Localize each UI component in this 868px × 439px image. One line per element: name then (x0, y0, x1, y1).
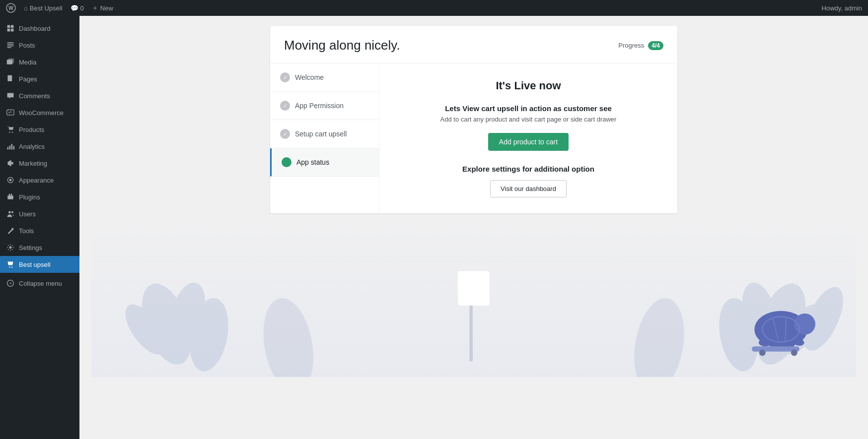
live-subtitle: Lets View cart upsell in action as custo… (445, 104, 612, 113)
pages-icon (6, 74, 15, 83)
collapse-label: Collapse menu (19, 280, 62, 287)
sidebar-item-label: Media (19, 59, 36, 66)
add-to-cart-button[interactable]: Add product to cart (488, 133, 569, 151)
step-app-permission[interactable]: ✓ App Permission (270, 92, 379, 120)
svg-rect-14 (8, 78, 11, 78)
sidebar-item-tools[interactable]: Tools (0, 222, 79, 239)
plugins-icon (6, 192, 15, 201)
step-app-status[interactable]: ✓ App status (270, 148, 379, 177)
sidebar-item-label: Users (19, 210, 36, 218)
sidebar-item-pages[interactable]: Pages (0, 70, 79, 87)
live-title: It's Live now (496, 79, 561, 92)
sidebar-item-best-upsell[interactable]: Best upsell (0, 256, 79, 273)
settings-icon (6, 243, 15, 252)
sidebar-item-comments[interactable]: Comments (0, 87, 79, 104)
svg-rect-20 (9, 145, 10, 149)
svg-point-34 (11, 266, 12, 267)
sidebar-item-label: Best upsell (19, 261, 51, 268)
sidebar-item-label: Marketing (19, 160, 47, 167)
sidebar-item-appearance[interactable]: Appearance (0, 172, 79, 188)
step-content-area: It's Live now Lets View cart upsell in a… (379, 63, 677, 213)
background-decoration (91, 218, 856, 377)
svg-rect-23 (11, 162, 13, 165)
wp-logo-link[interactable]: W (6, 3, 16, 13)
comment-count: 0 (80, 4, 84, 12)
svg-rect-5 (11, 29, 14, 32)
sidebar-item-label: Products (19, 126, 44, 133)
svg-point-31 (11, 211, 13, 213)
sidebar-item-analytics[interactable]: Analytics (0, 138, 79, 155)
svg-rect-47 (469, 303, 472, 361)
svg-point-33 (9, 266, 10, 267)
marketing-icon (6, 159, 15, 168)
svg-rect-7 (7, 44, 14, 45)
appearance-icon (6, 176, 15, 185)
new-link[interactable]: ＋ New (92, 3, 113, 12)
step-check-app-status: ✓ (282, 157, 291, 167)
svg-rect-8 (7, 46, 14, 47)
collapse-menu-button[interactable]: Collapse menu (0, 275, 79, 292)
sidebar-item-woocommerce[interactable]: WooCommerce (0, 104, 79, 121)
steps-container: ✓ Welcome ✓ App Permission ✓ Setup cart … (270, 63, 677, 213)
site-name-link[interactable]: ⌂ Best Upsell (24, 4, 63, 12)
layout: Dashboard Posts Media Pages Comments (0, 16, 868, 439)
svg-point-45 (257, 294, 320, 377)
best-upsell-icon (6, 260, 15, 269)
analytics-icon (6, 142, 15, 151)
comments-icon (6, 91, 15, 100)
sidebar-item-dashboard[interactable]: Dashboard (0, 20, 79, 37)
step-label: Welcome (295, 73, 324, 81)
sidebar-item-label: Settings (19, 244, 42, 251)
main-content: Moving along nicely. Progress 4/4 ✓ Welc… (79, 16, 868, 439)
progress-badge: Progress 4/4 (618, 41, 663, 50)
admin-bar: W ⌂ Best Upsell 💬 0 ＋ New Howdy, admin (0, 0, 868, 16)
svg-rect-26 (9, 194, 10, 196)
products-icon (6, 125, 15, 134)
step-label: App Permission (295, 102, 344, 110)
svg-rect-48 (458, 271, 490, 306)
woocommerce-icon (6, 108, 15, 117)
sidebar-item-users[interactable]: Users (0, 205, 79, 222)
sidebar-item-label: Posts (19, 42, 35, 49)
sidebar-item-settings[interactable]: Settings (0, 239, 79, 256)
onboarding-card: Moving along nicely. Progress 4/4 ✓ Welc… (270, 26, 677, 213)
svg-point-54 (795, 339, 804, 346)
svg-rect-19 (7, 147, 8, 150)
sidebar-item-plugins[interactable]: Plugins (0, 188, 79, 205)
sidebar: Dashboard Posts Media Pages Comments (0, 16, 79, 439)
new-label: New (100, 4, 113, 12)
svg-rect-11 (8, 59, 14, 63)
sidebar-item-marketing[interactable]: Marketing (0, 155, 79, 172)
collapse-icon (6, 279, 15, 288)
comments-link[interactable]: 💬 0 (71, 4, 84, 12)
step-setup-cart[interactable]: ✓ Setup cart upsell (270, 120, 379, 148)
user-greeting: Howdy, admin (822, 4, 862, 12)
svg-rect-9 (7, 47, 11, 48)
step-label: Setup cart upsell (295, 130, 347, 138)
svg-rect-13 (8, 76, 11, 77)
sidebar-item-posts[interactable]: Posts (0, 37, 79, 54)
step-welcome[interactable]: ✓ Welcome (270, 63, 379, 92)
card-title: Moving along nicely. (284, 38, 400, 53)
svg-point-51 (759, 339, 772, 346)
progress-label: Progress (618, 42, 644, 49)
svg-rect-22 (13, 146, 14, 149)
svg-rect-2 (7, 25, 10, 28)
posts-icon (6, 41, 15, 50)
visit-dashboard-button[interactable]: Visit our dashboard (490, 180, 567, 197)
svg-point-25 (9, 179, 12, 182)
svg-point-18 (12, 131, 13, 132)
tools-icon (6, 226, 15, 235)
svg-point-59 (759, 350, 766, 356)
sidebar-item-label: Dashboard (19, 25, 51, 32)
sidebar-item-products[interactable]: Products (0, 121, 79, 138)
svg-rect-29 (7, 196, 13, 198)
svg-point-30 (8, 211, 11, 213)
dashboard-icon (6, 24, 15, 33)
step-check-app-permission: ✓ (280, 101, 290, 111)
users-icon (6, 209, 15, 218)
step-check-setup-cart: ✓ (280, 129, 290, 139)
svg-text:W: W (8, 5, 13, 11)
steps-list: ✓ Welcome ✓ App Permission ✓ Setup cart … (270, 63, 379, 213)
sidebar-item-media[interactable]: Media (0, 54, 79, 70)
